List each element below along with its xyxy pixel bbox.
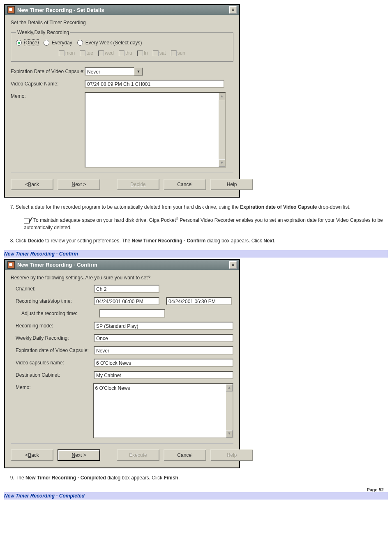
cancel-button[interactable]: Cancel xyxy=(164,179,206,190)
step-9: The New Timer Recording - Completed dial… xyxy=(16,474,388,481)
memo-label: Memo: xyxy=(11,383,93,390)
capsule-name-input[interactable]: 07/24 08:09 PM Ch 1 CH001 xyxy=(85,80,224,88)
radio-once[interactable] xyxy=(16,40,22,46)
close-icon[interactable]: × xyxy=(229,261,237,269)
scroll-down-icon[interactable]: ▼ xyxy=(219,159,225,167)
radio-everyday-label: Everyday xyxy=(52,40,72,46)
chk-sun xyxy=(171,51,177,56)
chk-wed xyxy=(98,51,104,56)
radio-selectdays-label: Every Week (Select days) xyxy=(85,40,142,46)
memo-scrollbar[interactable]: ▲ ▼ xyxy=(226,384,233,438)
dialog-title: New Timer Recording - Confirm xyxy=(17,262,97,268)
scroll-down-icon[interactable]: ▼ xyxy=(226,430,233,438)
app-icon xyxy=(7,261,15,269)
radio-selectdays[interactable] xyxy=(77,40,83,46)
titlebar: New Timer Recording - Set Details × xyxy=(5,5,239,15)
radio-everyday[interactable] xyxy=(44,40,49,46)
chevron-down-icon[interactable]: ▼ xyxy=(134,67,143,76)
set-details-dialog: New Timer Recording - Set Details × Set … xyxy=(4,4,240,198)
section-label: Set the Details of Timer Recording xyxy=(11,20,233,25)
expiry-label: Expiration Date of Video Capsule: xyxy=(11,67,85,74)
back-button[interactable]: < Back xyxy=(11,179,53,190)
memo-scrollbar[interactable]: ▲ ▼ xyxy=(219,93,225,167)
figure-caption-completed: New Timer Recording - Completed xyxy=(4,492,388,500)
chk-fri xyxy=(137,51,143,56)
back-button[interactable]: < Back xyxy=(11,449,53,461)
confirm-subtitle: Reserve by the following settings. Are y… xyxy=(11,275,233,281)
close-icon[interactable]: × xyxy=(229,6,237,14)
titlebar: New Timer Recording - Confirm × xyxy=(5,260,239,270)
next-button[interactable]: Next > xyxy=(58,449,100,461)
dialog-title: New Timer Recording - Set Details xyxy=(17,7,104,13)
execute-button: Execute xyxy=(117,449,159,461)
expiry-value[interactable]: Never xyxy=(85,67,134,76)
days-row: mon tue wed thu fri sat sun xyxy=(16,50,228,56)
capsule-name-label: Video Capsule Name: xyxy=(11,80,85,87)
capsules-value: 6 O'Clock News xyxy=(94,359,233,367)
mode-label: Recording mode: xyxy=(11,322,94,329)
channel-label: Channel: xyxy=(11,285,94,292)
chk-sat xyxy=(153,51,159,56)
next-button[interactable]: Next > xyxy=(58,179,100,190)
radio-once-label: Once xyxy=(24,39,39,46)
app-icon xyxy=(7,6,15,14)
confirm-dialog: New Timer Recording - Confirm × Reserve … xyxy=(4,259,240,468)
expiry-dropdown[interactable]: Never ▼ xyxy=(85,67,143,76)
memo-textarea: 6 O'Clock News ▲ ▼ xyxy=(93,383,233,438)
startstop-label: Recording start/stop time: xyxy=(11,297,94,304)
start-value: 04/24/2001 06:00 PM xyxy=(94,297,159,305)
help-button[interactable]: Help xyxy=(210,179,253,190)
instruction-list-2: The New Timer Recording - Completed dial… xyxy=(4,474,388,481)
adjust-value[interactable] xyxy=(99,309,165,318)
expiry-label: Expiration date of Video Capsule: xyxy=(11,346,94,353)
figure-caption-confirm: New Timer Recording - Confirm xyxy=(4,250,388,258)
weekly-legend: Weekly,Daily Recording xyxy=(16,30,70,35)
note-icon xyxy=(24,218,30,223)
chk-mon xyxy=(59,51,65,56)
weekly-daily-group: Weekly,Daily Recording Once Everyday Eve… xyxy=(11,30,233,62)
page-number: Page 52 xyxy=(4,487,384,492)
expiry-value: Never xyxy=(94,346,233,355)
instruction-list: Select a date for the recorded program t… xyxy=(4,203,388,244)
stop-value: 04/24/2001 06:30 PM xyxy=(166,297,232,305)
step-8: Click Decide to review your setting pref… xyxy=(16,237,388,244)
scroll-up-icon[interactable]: ▲ xyxy=(226,384,233,391)
adjust-label: Adjust the recording time: xyxy=(11,309,99,316)
cabinet-label: Destination Cabinet: xyxy=(11,371,94,378)
chk-tue xyxy=(80,51,85,56)
weekly-value: Once xyxy=(94,334,233,342)
capsules-label: Video capsules name: xyxy=(11,359,94,366)
step-7: Select a date for the recorded program t… xyxy=(16,203,388,231)
channel-value: Ch 2 xyxy=(94,285,159,293)
memo-label: Memo: xyxy=(11,92,85,99)
note: To maintain adequate space on your hard … xyxy=(24,216,388,231)
cancel-button[interactable]: Cancel xyxy=(164,449,206,461)
help-button: Help xyxy=(210,449,253,461)
cabinet-value: My Cabinet xyxy=(94,371,233,379)
weekly-label: Weekly,Daily Recording: xyxy=(11,334,94,341)
chk-thu xyxy=(119,51,125,56)
memo-textarea[interactable]: ▲ ▼ xyxy=(85,92,226,168)
decide-button: Decide xyxy=(117,179,159,190)
scroll-up-icon[interactable]: ▲ xyxy=(219,93,225,100)
mode-value: SP (Standard Play) xyxy=(94,322,233,330)
